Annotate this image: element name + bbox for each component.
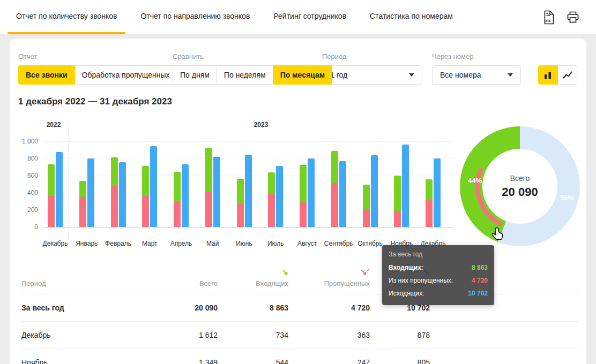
- tab-3[interactable]: Рейтинг сотрудников: [265, 0, 355, 34]
- tab-1[interactable]: Отчет по количеству звонков: [8, 0, 125, 34]
- export-xls-button[interactable]: xls: [542, 9, 556, 26]
- line-chart-icon: [562, 70, 573, 80]
- cell-value: 247: [288, 358, 370, 364]
- incoming-arrow-icon: ↘: [281, 268, 288, 276]
- incoming-bar[interactable]: [268, 172, 275, 194]
- incoming-bar[interactable]: [237, 179, 244, 203]
- y-axis-tick-label: 600: [18, 172, 38, 179]
- line-chart-toggle-button[interactable]: [557, 65, 577, 85]
- y-axis-tick-label: 0: [18, 223, 38, 231]
- compare-option-2[interactable]: По неделям: [217, 65, 273, 85]
- column-header-label: Период: [21, 279, 46, 287]
- outgoing-bar[interactable]: [182, 164, 189, 227]
- tooltip-row: Из них пропущенных:4 720: [389, 274, 488, 287]
- missed-bar[interactable]: [174, 201, 181, 227]
- compare-filter-label: Сравнить: [173, 52, 204, 60]
- column-header-1[interactable]: Период: [21, 279, 150, 287]
- printer-icon: [566, 10, 580, 24]
- via-number-filter-label: Через номер: [432, 52, 473, 60]
- compare-option-3[interactable]: По месяцам: [273, 65, 332, 85]
- incoming-percent-label: 44%: [464, 177, 486, 185]
- missed-bar[interactable]: [79, 197, 86, 227]
- outgoing-bar[interactable]: [434, 158, 441, 227]
- outgoing-bar[interactable]: [119, 162, 126, 227]
- incoming-bar[interactable]: [48, 164, 55, 196]
- missed-bar[interactable]: [426, 200, 433, 227]
- outgoing-bar[interactable]: [87, 158, 94, 227]
- outgoing-bar[interactable]: [371, 155, 378, 227]
- outgoing-bar[interactable]: [150, 146, 157, 227]
- column-header-3[interactable]: ↘Входящих: [218, 268, 288, 287]
- table-row[interactable]: Декабрь1 612734363878: [21, 322, 578, 349]
- donut-total-label: Всего: [510, 174, 530, 183]
- incoming-bar[interactable]: [174, 172, 181, 201]
- report-option-2[interactable]: Обработка пропущенных: [74, 65, 177, 85]
- outgoing-bar[interactable]: [339, 161, 346, 227]
- tooltip-row: Исходящих:10 702: [389, 287, 488, 300]
- missed-bar[interactable]: [394, 211, 401, 227]
- report-option-1[interactable]: Все звонки: [18, 65, 75, 85]
- via-number-select[interactable]: Все номера: [432, 65, 521, 85]
- donut-center: Всего 20 090: [482, 149, 557, 224]
- column-header-label: Входящих: [256, 279, 288, 287]
- missed-bar[interactable]: [48, 196, 55, 227]
- incoming-bar[interactable]: [142, 166, 149, 196]
- print-button[interactable]: [565, 9, 581, 25]
- tooltip-row-value: 4 720: [472, 277, 488, 284]
- outgoing-bar[interactable]: [213, 157, 220, 227]
- tab-2[interactable]: Отчет по направлению звонков: [132, 0, 258, 34]
- period-filter-label: Период: [322, 52, 347, 60]
- missed-bar[interactable]: [205, 192, 212, 227]
- donut-chart[interactable]: Всего 20 090 44% 56%: [460, 126, 580, 246]
- missed-bar[interactable]: [142, 196, 149, 227]
- incoming-bar[interactable]: [426, 179, 433, 200]
- column-header-4[interactable]: ↘×Пропущенных: [288, 268, 370, 287]
- via-number-select-value: Все номера: [440, 71, 481, 79]
- tooltip-row-label: Исходящих:: [389, 290, 424, 297]
- year-separator-line: [69, 125, 69, 246]
- outgoing-bar[interactable]: [308, 158, 315, 227]
- cell-period: Ноябрь: [21, 358, 150, 364]
- incoming-bar[interactable]: [205, 148, 212, 192]
- missed-bar[interactable]: [268, 194, 275, 227]
- tooltip-rows: Входящих:8 863Из них пропущенных:4 720Ис…: [389, 261, 488, 300]
- cell-value: 4 720: [288, 304, 370, 312]
- y-axis-tick-label: 1 000: [18, 138, 38, 145]
- gridline: [42, 227, 453, 228]
- calls-table: ПериодВсего↘Входящих↘×Пропущенных↖Исходя…: [21, 263, 578, 364]
- outgoing-bar[interactable]: [56, 152, 63, 227]
- incoming-bar[interactable]: [394, 176, 401, 211]
- cell-value: 363: [288, 331, 370, 339]
- tooltip-title: За весь год: [389, 251, 488, 258]
- column-header-label: Пропущенных: [324, 279, 370, 287]
- bar-chart-toggle-button[interactable]: [538, 65, 558, 85]
- compare-option-1[interactable]: По дням: [173, 65, 217, 85]
- year-label: 2023: [240, 121, 282, 128]
- cell-value: 20 090: [150, 304, 218, 312]
- tooltip-row: Входящих:8 863: [389, 261, 488, 274]
- period-select[interactable]: 1 год: [322, 65, 422, 85]
- incoming-bar[interactable]: [79, 181, 86, 197]
- cell-period: За весь год: [21, 304, 150, 312]
- toolbar-icons: xls: [542, 0, 581, 34]
- report-tabs: Отчет по количеству звонковОтчет по напр…: [8, 0, 461, 34]
- outgoing-bar[interactable]: [276, 166, 283, 227]
- gridline: [42, 141, 453, 142]
- incoming-bar[interactable]: [363, 185, 370, 209]
- outgoing-bar[interactable]: [245, 155, 252, 227]
- column-header-2[interactable]: Всего: [150, 279, 218, 287]
- outgoing-bar[interactable]: [402, 145, 409, 227]
- table-row[interactable]: Ноябрь1 349544247805: [21, 349, 578, 364]
- missed-bar[interactable]: [237, 204, 244, 227]
- incoming-bar[interactable]: [111, 157, 118, 186]
- missed-bar[interactable]: [111, 186, 118, 227]
- incoming-bar[interactable]: [300, 165, 307, 202]
- missed-bar[interactable]: [331, 183, 338, 227]
- missed-bar[interactable]: [300, 202, 307, 227]
- table-row[interactable]: За весь год20 0908 8634 72010 702: [21, 294, 578, 322]
- missed-bar[interactable]: [363, 209, 370, 227]
- incoming-bar[interactable]: [331, 151, 338, 184]
- y-axis-tick-label: 400: [18, 189, 38, 196]
- tab-4[interactable]: Статистика по номерам: [361, 0, 461, 34]
- period-select-value: 1 год: [330, 71, 347, 79]
